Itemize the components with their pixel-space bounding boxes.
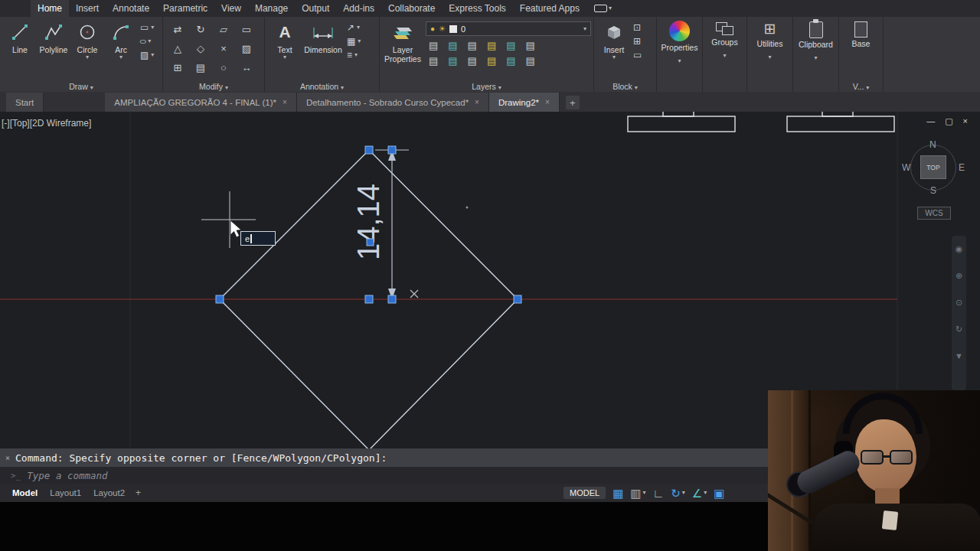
layer-tool-icon[interactable]: ▤ bbox=[487, 55, 496, 67]
layer-properties-button[interactable]: Layer Properties bbox=[383, 20, 423, 78]
wcs-dropdown[interactable]: WCS bbox=[917, 207, 951, 220]
ribbon-panel-clipboard[interactable]: Clipboard ▾ bbox=[793, 17, 839, 92]
restore-icon[interactable]: ▢ bbox=[945, 116, 952, 126]
viewcube-top-face[interactable]: TOP bbox=[920, 155, 946, 179]
block-edit-button[interactable]: ⊡ bbox=[633, 22, 642, 33]
table-tool-button[interactable]: ▦▾ bbox=[347, 36, 361, 47]
commandline-close-icon[interactable]: × bbox=[0, 454, 15, 462]
chevron-down-icon[interactable]: ▾ bbox=[609, 0, 612, 17]
model-space-button[interactable]: MODEL bbox=[564, 487, 606, 499]
modify-tool-icon[interactable]: × bbox=[212, 39, 235, 58]
rectangle-tool-button[interactable]: ▭▾ bbox=[140, 22, 154, 33]
modify-tool-icon[interactable]: ▤ bbox=[189, 58, 212, 77]
rectangle-entity[interactable] bbox=[663, 112, 694, 116]
ribbon-panel-groups[interactable]: Groups ▾ bbox=[703, 17, 747, 92]
grid-toggle[interactable]: ▦ bbox=[612, 487, 623, 499]
monitor-icon[interactable] bbox=[594, 5, 607, 12]
grip[interactable] bbox=[388, 295, 396, 303]
tab-drawing2[interactable]: Drawing2* × bbox=[489, 93, 560, 112]
menu-tab-addins[interactable]: Add-ins bbox=[336, 0, 381, 17]
modify-tool-icon[interactable]: ▭ bbox=[235, 20, 258, 39]
menu-tab-collaborate[interactable]: Collaborate bbox=[381, 0, 442, 17]
base-view-icon[interactable] bbox=[854, 21, 867, 37]
grip[interactable] bbox=[514, 295, 521, 303]
layer-tool-icon[interactable]: ▤ bbox=[429, 40, 438, 51]
modify-tool-icon[interactable]: ⇄ bbox=[166, 20, 189, 39]
modify-panel-label[interactable]: Modify ▾ bbox=[163, 82, 264, 91]
grip[interactable] bbox=[365, 146, 373, 154]
grip[interactable] bbox=[388, 146, 396, 154]
insert-block-button[interactable]: Insert ▾ bbox=[597, 20, 631, 78]
viewport-controls[interactable]: [-][Top][2D Wireframe] bbox=[2, 118, 91, 129]
menu-tab-output[interactable]: Output bbox=[295, 0, 336, 17]
command-input[interactable] bbox=[27, 470, 410, 481]
line-tool-button[interactable]: Line bbox=[3, 20, 37, 78]
menu-tab-view[interactable]: View bbox=[214, 0, 248, 17]
pan-icon[interactable]: ⊕ bbox=[956, 272, 962, 280]
layer-tool-icon[interactable]: ▤ bbox=[448, 55, 457, 67]
modify-tool-icon[interactable]: ↔ bbox=[235, 58, 258, 77]
modify-tool-icon[interactable]: ▱ bbox=[212, 20, 235, 39]
tab-detalhamento-sobrado[interactable]: Detalhamento - Sobrado Curso Cypecad* × bbox=[297, 93, 489, 112]
menu-tab-featured-apps[interactable]: Featured Apps bbox=[513, 0, 586, 17]
ellipse-tool-button[interactable]: ○▾ bbox=[140, 36, 154, 47]
layer-tool-icon[interactable]: ▤ bbox=[468, 55, 477, 67]
grip[interactable] bbox=[216, 295, 224, 303]
tab-start[interactable]: Start bbox=[6, 93, 44, 112]
block-panel-label[interactable]: Block ▾ bbox=[594, 82, 656, 91]
modify-tool-icon[interactable]: ◇ bbox=[189, 39, 212, 58]
close-icon[interactable]: × bbox=[545, 98, 550, 106]
draw-panel-label[interactable]: Draw ▾ bbox=[0, 82, 162, 91]
viewcube-south[interactable]: S bbox=[930, 185, 936, 196]
menu-tab-manage[interactable]: Manage bbox=[248, 0, 295, 17]
modify-tool-icon[interactable]: ○ bbox=[212, 58, 235, 77]
grip[interactable] bbox=[367, 239, 374, 246]
rectangle-entity[interactable] bbox=[822, 112, 853, 116]
orbit-icon[interactable]: ↻ bbox=[956, 325, 962, 334]
layer-tool-icon[interactable]: ▤ bbox=[506, 55, 515, 67]
menu-tab-home[interactable]: Home bbox=[31, 0, 69, 17]
polyline-tool-button[interactable]: Polyline bbox=[37, 20, 70, 78]
layer-tool-icon[interactable]: ▤ bbox=[487, 40, 496, 51]
new-drawing-button[interactable]: + bbox=[566, 96, 580, 109]
annotation-scale-toggle[interactable]: ▣ bbox=[714, 487, 724, 499]
block-attribute-button[interactable]: ▭ bbox=[633, 50, 642, 60]
viewcube[interactable]: N W E S TOP WCS bbox=[900, 135, 968, 225]
leader-tool-button[interactable]: ↗▾ bbox=[347, 22, 361, 33]
viewcube-east[interactable]: E bbox=[959, 162, 965, 173]
chevron-down-icon[interactable]: ▾ bbox=[814, 54, 817, 61]
snap-toggle[interactable]: ▥▾ bbox=[630, 487, 645, 499]
object-snap-toggle[interactable]: ∠▾ bbox=[692, 487, 707, 499]
ribbon-panel-properties[interactable]: Properties ▾ bbox=[657, 17, 703, 92]
viewcube-north[interactable]: N bbox=[929, 139, 936, 150]
layer-tool-icon[interactable]: ▤ bbox=[468, 40, 477, 51]
layers-panel-label[interactable]: Layers ▾ bbox=[380, 82, 593, 91]
layer-tool-icon[interactable]: ▤ bbox=[525, 55, 534, 67]
view-panel-label[interactable]: V... ▾ bbox=[839, 82, 883, 91]
modify-tool-icon[interactable]: △ bbox=[166, 39, 189, 58]
full-navigation-wheel-icon[interactable]: ◉ bbox=[956, 245, 963, 253]
model-tab[interactable]: Model bbox=[12, 488, 38, 497]
ortho-toggle[interactable]: ∟ bbox=[653, 487, 665, 499]
hatch-tool-button[interactable]: ▨▾ bbox=[140, 50, 154, 60]
text-style-button[interactable]: ≡▾ bbox=[347, 50, 361, 60]
annotation-panel-label[interactable]: Annotation ▾ bbox=[265, 82, 379, 91]
block-create-button[interactable]: ⊞ bbox=[633, 36, 642, 47]
grip[interactable] bbox=[365, 295, 373, 303]
ribbon-panel-utilities[interactable]: ⊞ Utilities ▾ bbox=[747, 17, 793, 92]
text-tool-button[interactable]: A Text ▾ bbox=[268, 20, 302, 78]
rectangle-entity[interactable] bbox=[787, 116, 894, 132]
new-layout-button[interactable]: + bbox=[136, 487, 141, 498]
close-icon[interactable]: × bbox=[283, 98, 287, 106]
layout2-tab[interactable]: Layout2 bbox=[93, 488, 125, 497]
menu-tab-parametric[interactable]: Parametric bbox=[156, 0, 214, 17]
chevron-down-icon[interactable]: ▾ bbox=[723, 52, 726, 59]
zoom-icon[interactable]: ⊙ bbox=[956, 298, 962, 307]
modify-tool-icon[interactable]: ▨ bbox=[235, 39, 258, 58]
dimension-text[interactable]: 14,14 bbox=[351, 184, 385, 260]
minimize-icon[interactable]: — bbox=[926, 116, 935, 126]
tab-ampliacao-gregorao[interactable]: AMPLIAÇÃO GREGORÃO 4 - FINAL (1)* × bbox=[105, 93, 297, 112]
chevron-down-icon[interactable]: ▾ bbox=[768, 54, 771, 60]
menu-tab-insert[interactable]: Insert bbox=[69, 0, 106, 17]
rectangle-entity[interactable] bbox=[628, 116, 735, 132]
